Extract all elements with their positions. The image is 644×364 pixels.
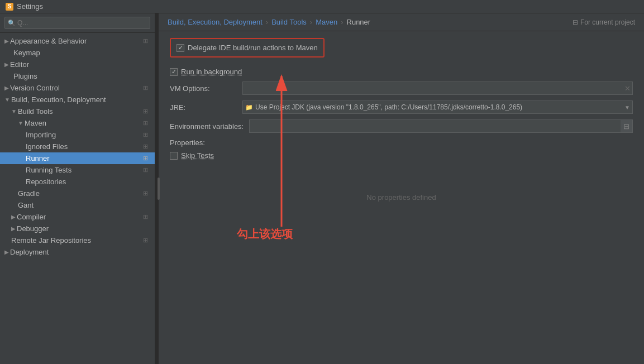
- jre-folder-icon: 📁: [245, 104, 253, 111]
- sidebar-item-plugins[interactable]: Plugins: [0, 70, 155, 82]
- copy-icon: ⊞: [143, 37, 148, 45]
- env-vars-input-wrapper: ⊟: [249, 119, 633, 133]
- project-icon: ⊟: [573, 18, 578, 26]
- arrow-icon: ▼: [18, 120, 23, 126]
- search-icon: 🔍: [8, 20, 16, 27]
- copy-icon: ⊞: [143, 190, 148, 197]
- sidebar: 🔍 ▶ Appearance & Behavior ⊞ Keymap ▶ Edi…: [0, 13, 155, 364]
- copy-icon: ⊞: [143, 143, 148, 150]
- breadcrumb-project-text: For current project: [580, 18, 635, 26]
- sidebar-item-maven[interactable]: ▼ Maven ⊞: [0, 117, 155, 129]
- sidebar-item-compiler[interactable]: ▶ Compiler ⊞: [0, 211, 155, 223]
- skip-tests-checkbox[interactable]: [170, 152, 178, 160]
- env-vars-label: Environment variables:: [170, 122, 244, 131]
- properties-section: Properties: Skip Tests: [170, 138, 633, 160]
- breadcrumb-maven[interactable]: Maven: [316, 18, 337, 26]
- sidebar-item-versioncontrol[interactable]: ▶ Version Control ⊞: [0, 82, 155, 94]
- sidebar-item-runner[interactable]: Runner ⊞: [0, 152, 155, 164]
- properties-label: Properties:: [170, 138, 633, 147]
- delegate-checkbox-label[interactable]: Delegate IDE build/run actions to Maven: [176, 44, 318, 52]
- annotation-text: 勾上该选项: [237, 227, 293, 242]
- breadcrumb-runner: Runner: [347, 18, 371, 26]
- app-icon: S: [6, 3, 13, 11]
- skip-tests-row: Skip Tests: [170, 151, 633, 160]
- sidebar-item-ignored-files[interactable]: Ignored Files ⊞: [0, 141, 155, 152]
- sidebar-item-build-tools[interactable]: ▼ Build Tools ⊞: [0, 106, 155, 117]
- content-area: Build, Execution, Deployment › Build Too…: [159, 13, 644, 364]
- search-box: 🔍: [0, 13, 155, 33]
- arrow-icon: ▼: [11, 108, 17, 114]
- arrow-icon: ▶: [11, 226, 16, 232]
- breadcrumb-build-tools[interactable]: Build Tools: [271, 18, 307, 26]
- arrow-icon: ▶: [4, 249, 9, 255]
- delegate-label: Delegate IDE build/run actions to Maven: [188, 44, 318, 52]
- jre-selector[interactable]: 📁 Use Project JDK (java version "1.8.0_2…: [242, 100, 633, 114]
- no-properties-text: No properties defined: [170, 193, 633, 202]
- nav-tree: ▶ Appearance & Behavior ⊞ Keymap ▶ Edito…: [0, 33, 155, 364]
- arrow-icon: ▶: [11, 214, 16, 220]
- copy-icon: ⊞: [143, 213, 148, 221]
- run-in-background-checkbox[interactable]: [170, 68, 178, 76]
- delegate-box: Delegate IDE build/run actions to Maven: [170, 38, 325, 58]
- sidebar-item-running-tests[interactable]: Running Tests ⊞: [0, 164, 155, 176]
- env-vars-input[interactable]: [249, 119, 633, 133]
- sidebar-item-appearance[interactable]: ▶ Appearance & Behavior ⊞: [0, 35, 155, 47]
- arrow-icon: ▶: [4, 38, 9, 44]
- run-in-background-label[interactable]: Run in background: [170, 68, 242, 76]
- skip-tests-label[interactable]: Skip Tests: [170, 151, 214, 160]
- jre-value: Use Project JDK (java version "1.8.0_265…: [255, 103, 622, 111]
- sidebar-item-deployment[interactable]: ▶ Deployment: [0, 246, 155, 258]
- sidebar-item-build-execution[interactable]: ▼ Build, Execution, Deployment: [0, 94, 155, 106]
- sidebar-item-repositories[interactable]: Repositories: [0, 176, 155, 188]
- arrow-icon: ▶: [4, 85, 9, 91]
- run-in-background-text: Run in background: [181, 68, 242, 76]
- sidebar-item-editor[interactable]: ▶ Editor: [0, 59, 155, 70]
- vm-options-label: VM Options:: [170, 84, 237, 93]
- arrow-icon: ▼: [4, 97, 10, 103]
- jre-dropdown-arrow: ▼: [624, 104, 630, 111]
- env-vars-button[interactable]: ⊟: [621, 119, 633, 133]
- sidebar-item-gant[interactable]: Gant: [0, 199, 155, 211]
- sidebar-item-gradle[interactable]: Gradle ⊞: [0, 188, 155, 199]
- copy-icon: ⊞: [143, 131, 148, 138]
- breadcrumb: Build, Execution, Deployment › Build Too…: [159, 13, 644, 31]
- breadcrumb-build-execution[interactable]: Build, Execution, Deployment: [168, 18, 263, 26]
- sidebar-item-debugger[interactable]: ▶ Debugger: [0, 223, 155, 234]
- sidebar-item-remote-jar[interactable]: Remote Jar Repositories ⊞: [0, 234, 155, 246]
- delegate-checkbox[interactable]: [176, 44, 184, 52]
- arrow-icon: ▶: [4, 61, 9, 68]
- window-title: Settings: [17, 2, 43, 11]
- title-bar: S Settings: [0, 0, 644, 13]
- copy-icon: ⊞: [143, 84, 148, 92]
- env-vars-row: Environment variables: ⊟: [170, 119, 633, 133]
- copy-icon: ⊞: [143, 155, 148, 162]
- search-input[interactable]: [4, 17, 150, 29]
- jre-label: JRE:: [170, 103, 237, 112]
- jre-row: JRE: 📁 Use Project JDK (java version "1.…: [170, 100, 633, 114]
- breadcrumb-right: ⊟ For current project: [573, 18, 635, 26]
- copy-icon: ⊞: [143, 237, 148, 244]
- sidebar-item-keymap[interactable]: Keymap: [0, 47, 155, 59]
- vm-options-row: VM Options: ✕: [170, 82, 633, 95]
- run-in-background-row: Run in background: [170, 68, 633, 76]
- vm-options-input[interactable]: [242, 82, 633, 95]
- skip-tests-text: Skip Tests: [181, 151, 214, 160]
- settings-panel: Delegate IDE build/run actions to Maven …: [159, 31, 644, 208]
- copy-icon: ⊞: [143, 119, 148, 127]
- copy-icon: ⊞: [143, 166, 148, 174]
- vm-options-input-wrapper: ✕: [242, 82, 633, 95]
- sidebar-item-importing[interactable]: Importing ⊞: [0, 129, 155, 141]
- copy-icon: ⊞: [143, 108, 148, 115]
- vm-options-clear-icon[interactable]: ✕: [624, 84, 631, 93]
